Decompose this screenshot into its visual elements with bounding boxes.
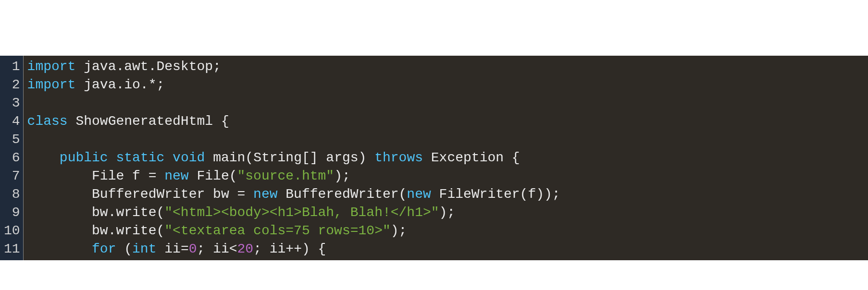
code-line[interactable] (27, 94, 868, 112)
line-number: 6 (4, 149, 20, 167)
token-default: BufferedWriter( (278, 187, 407, 202)
token-default: ; ii< (197, 242, 237, 256)
token-keyword: import (27, 77, 76, 92)
token-keyword: throws (374, 150, 423, 165)
token-keyword: void (173, 150, 205, 165)
code-editor[interactable]: 1 2 3 4 5 6 7 8 9 10 11 import java.awt.… (0, 56, 868, 260)
token-default: java.awt.Desktop; (75, 59, 221, 74)
code-line[interactable]: class ShowGeneratedHtml { (27, 112, 868, 131)
line-number: 11 (4, 240, 20, 258)
page-top-whitespace (0, 0, 868, 56)
token-default: bw.write( (27, 205, 165, 220)
line-number: 2 (4, 76, 20, 94)
line-number: 1 (4, 58, 20, 76)
token-default: Exception { (423, 150, 520, 165)
code-line[interactable]: import java.io.*; (27, 76, 868, 94)
token-default: ShowGeneratedHtml { (68, 114, 229, 129)
token-default: ); (334, 169, 350, 183)
code-line[interactable]: BufferedWriter bw = new BufferedWriter(n… (27, 185, 868, 204)
token-default (27, 150, 60, 165)
token-default: bw.write( (27, 223, 165, 238)
line-number: 8 (4, 185, 20, 204)
code-line[interactable]: import java.awt.Desktop; (27, 58, 868, 76)
token-default (108, 150, 116, 165)
token-number: 0 (189, 242, 197, 256)
token-default (27, 242, 92, 256)
line-number: 7 (4, 167, 20, 185)
code-line[interactable] (27, 131, 868, 149)
code-line[interactable]: File f = new File("source.htm"); (27, 167, 868, 185)
token-keyword: int (132, 242, 156, 256)
code-line[interactable]: public static void main(String[] args) t… (27, 149, 868, 167)
token-default: BufferedWriter bw = (27, 187, 253, 202)
line-number-gutter: 1 2 3 4 5 6 7 8 9 10 11 (0, 56, 24, 260)
token-default: File f = (27, 169, 165, 183)
token-keyword: class (27, 114, 68, 129)
code-line[interactable]: bw.write("<textarea cols=75 rows=10>"); (27, 222, 868, 240)
token-default: ); (391, 223, 407, 238)
line-number: 3 (4, 94, 20, 112)
token-keyword: new (253, 187, 277, 202)
token-string: "<html><body><h1>Blah, Blah!</h1>" (164, 205, 439, 220)
line-number: 9 (4, 204, 20, 222)
token-keyword: import (27, 59, 76, 74)
token-default: ii= (156, 242, 188, 256)
token-string: "<textarea cols=75 rows=10>" (164, 223, 390, 238)
line-number: 5 (4, 131, 20, 149)
code-line[interactable]: for (int ii=0; ii<20; ii++) { (27, 240, 868, 258)
token-default: ); (439, 205, 456, 220)
token-number: 20 (237, 242, 254, 256)
token-keyword: new (407, 187, 431, 202)
token-keyword: new (164, 169, 188, 183)
token-keyword: for (92, 242, 116, 256)
token-default: FileWriter(f)); (431, 187, 560, 202)
code-line[interactable]: bw.write("<html><body><h1>Blah, Blah!</h… (27, 204, 868, 222)
token-default: ( (116, 242, 132, 256)
token-default (164, 150, 173, 165)
token-string: "source.htm" (237, 169, 335, 183)
token-keyword: public (60, 150, 108, 165)
token-default: java.io.*; (75, 77, 164, 92)
token-keyword: static (116, 150, 164, 165)
token-default: File( (189, 169, 237, 183)
line-number: 4 (4, 112, 20, 131)
token-default: ; ii++) { (253, 242, 326, 256)
token-default: main(String[] args) (205, 150, 374, 165)
code-area[interactable]: import java.awt.Desktop;import java.io.*… (24, 56, 868, 260)
line-number: 10 (4, 222, 20, 240)
